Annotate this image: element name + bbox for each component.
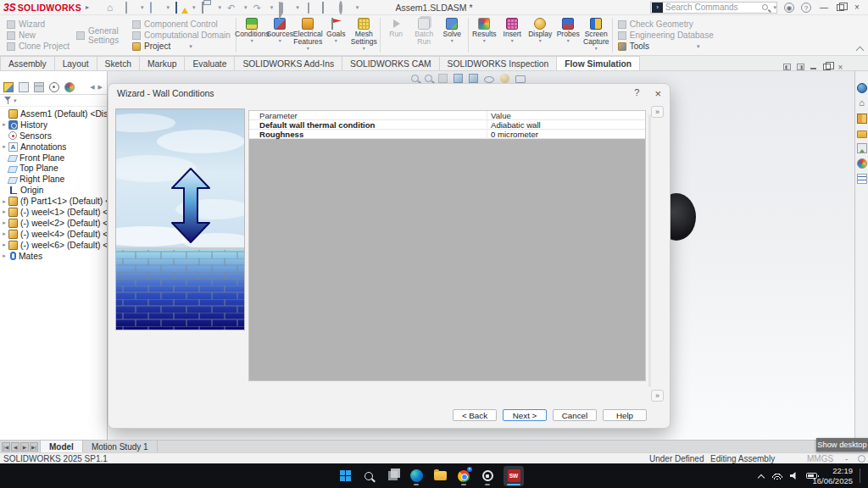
- ribbon-check-geometry-button[interactable]: Check Geometry: [618, 19, 714, 29]
- undo-icon[interactable]: ↶: [227, 3, 238, 13]
- ribbon-tools-button[interactable]: Tools▾: [618, 42, 714, 51]
- chrome-button[interactable]: F: [456, 467, 471, 485]
- save-caret-icon[interactable]: ▾: [192, 4, 196, 11]
- new-caret-icon[interactable]: ▾: [141, 4, 144, 11]
- tab-solidworks-inspection[interactable]: SOLIDWORKS Inspection: [439, 56, 558, 70]
- tab-sketch[interactable]: Sketch: [97, 56, 140, 70]
- view-orientation-icon[interactable]: [453, 74, 463, 83]
- back-button[interactable]: < Back: [453, 409, 497, 421]
- previous-view-icon[interactable]: [438, 74, 448, 83]
- show-desktop-strip[interactable]: [860, 469, 860, 483]
- options-caret-icon[interactable]: ▾: [356, 4, 359, 11]
- print-caret-icon[interactable]: ▾: [219, 4, 222, 11]
- search-input[interactable]: Search Commands: [665, 3, 762, 12]
- cancel-button[interactable]: Cancel: [553, 409, 597, 421]
- ribbon-screen-capture-button[interactable]: Screen Capture▾: [582, 15, 610, 55]
- ribbon-display-button[interactable]: Display▾: [526, 15, 554, 55]
- open-caret-icon[interactable]: ▾: [167, 4, 170, 11]
- tree-item-history[interactable]: ▸History: [0, 119, 107, 130]
- ribbon-batch-run-button[interactable]: Batch Run: [410, 15, 438, 55]
- solidworks-resources-icon[interactable]: ⌂: [857, 98, 867, 108]
- status-gear-icon[interactable]: [858, 455, 865, 463]
- help-button[interactable]: Help: [603, 409, 647, 421]
- minimize-button[interactable]: —: [818, 3, 830, 12]
- ribbon-engineering-database-button[interactable]: Engineering Database: [618, 30, 714, 40]
- attachment-icon[interactable]: [308, 3, 309, 14]
- expand-bottom-chevron[interactable]: »: [651, 390, 664, 402]
- document-restore-icon[interactable]: [823, 64, 831, 70]
- help-icon[interactable]: ?: [801, 3, 811, 13]
- close-button[interactable]: ×: [851, 3, 863, 12]
- options-gear-icon[interactable]: [339, 1, 342, 14]
- tab-layout[interactable]: Layout: [54, 56, 97, 70]
- view-palette-icon[interactable]: [857, 143, 867, 153]
- ribbon-solve-button[interactable]: Solve▾: [438, 15, 466, 55]
- table-icon[interactable]: [322, 2, 324, 14]
- tab-solidworks-add-ins[interactable]: SOLIDWORKS Add-Ins: [234, 56, 342, 70]
- undo-caret-icon[interactable]: ▾: [244, 4, 248, 11]
- document-close-icon[interactable]: ×: [837, 64, 844, 70]
- last-tab-icon[interactable]: ▶|: [30, 442, 38, 452]
- tree-item-front-plane[interactable]: Front Plane: [0, 152, 107, 164]
- ribbon-insert-button[interactable]: Insert▾: [498, 15, 526, 55]
- roughness-value[interactable]: 0 micrometer: [487, 130, 645, 139]
- filter-icon[interactable]: [4, 97, 12, 104]
- save-icon[interactable]: [175, 2, 177, 14]
- ribbon-project-button[interactable]: Project▾: [132, 42, 231, 51]
- tree-item-weel1[interactable]: ▸(-) weel<1> (Default) <<D: [0, 207, 107, 218]
- tree-root[interactable]: Assem1 (Default) <Display Sta: [0, 108, 107, 119]
- featuremanager-tree-icon[interactable]: [3, 82, 14, 92]
- ribbon-results-button[interactable]: Results▾: [470, 15, 498, 55]
- tree-item-sensors[interactable]: Sensors: [0, 130, 107, 141]
- search-icon[interactable]: [762, 4, 768, 10]
- restore-button[interactable]: [837, 4, 844, 11]
- ribbon-mesh-settings-button[interactable]: Mesh Settings▾: [350, 15, 378, 55]
- open-icon[interactable]: [150, 2, 152, 14]
- design-library-icon[interactable]: [857, 114, 867, 124]
- tree-item-annotations[interactable]: ▸AAnnotations: [0, 141, 107, 152]
- tree-item-mates[interactable]: ▸Mates: [0, 251, 107, 262]
- ribbon-goals-button[interactable]: Goals▾: [322, 15, 350, 55]
- first-tab-icon[interactable]: |◀: [2, 442, 10, 452]
- tree-item-weel6[interactable]: ▸(-) weel<6> (Default) <<D: [0, 240, 107, 251]
- previous-document-icon[interactable]: ◧: [783, 64, 791, 70]
- search-caret-icon[interactable]: ▾: [773, 4, 776, 11]
- select-caret-icon[interactable]: ▾: [296, 4, 299, 11]
- ribbon-computational-domain-button[interactable]: Computational Domain: [132, 30, 231, 40]
- redo-icon[interactable]: ↷: [253, 3, 264, 13]
- file-explorer-icon[interactable]: [857, 130, 867, 138]
- volume-icon[interactable]: [790, 472, 798, 480]
- dialog-scrollbar[interactable]: [648, 114, 651, 387]
- ribbon-conditions-button[interactable]: Conditions▾: [238, 15, 266, 55]
- marketplace-icon[interactable]: [857, 83, 867, 93]
- next-button[interactable]: Next >: [503, 409, 547, 421]
- tab-assembly[interactable]: Assembly: [0, 56, 55, 70]
- hidden-icons-chevron[interactable]: [758, 473, 765, 480]
- propertymanager-icon[interactable]: [19, 82, 29, 92]
- start-button[interactable]: [337, 467, 353, 485]
- tree-item-weel4[interactable]: ▸(-) weel<4> (Default) <<D: [0, 229, 107, 240]
- zoom-to-area-icon[interactable]: [425, 75, 432, 82]
- configurationmanager-icon[interactable]: [34, 82, 44, 92]
- dialog-help-icon[interactable]: ?: [634, 87, 639, 100]
- custom-properties-icon[interactable]: [857, 174, 867, 184]
- tab-markup[interactable]: Markup: [139, 56, 185, 70]
- dimxpertmanager-icon[interactable]: [49, 82, 59, 92]
- edit-appearance-icon[interactable]: [500, 74, 509, 83]
- ribbon-collapse-icon[interactable]: [856, 45, 863, 52]
- select-cursor-icon[interactable]: [279, 2, 283, 20]
- task-view-button[interactable]: [385, 467, 400, 485]
- displaymanager-icon[interactable]: [64, 82, 75, 92]
- redo-caret-icon[interactable]: ▾: [270, 4, 274, 11]
- ribbon-wizard-button[interactable]: Wizard: [7, 19, 70, 29]
- tab-solidworks-cam[interactable]: SOLIDWORKS CAM: [342, 56, 440, 70]
- tree-item-top-plane[interactable]: Top Plane: [0, 163, 107, 174]
- chatgpt-button[interactable]: [480, 467, 495, 485]
- ribbon-new-button[interactable]: New: [7, 30, 70, 40]
- expand-top-chevron[interactable]: »: [651, 106, 664, 118]
- hide-show-items-icon[interactable]: [484, 76, 494, 83]
- wifi-icon[interactable]: [772, 473, 782, 480]
- dialog-close-icon[interactable]: ×: [654, 87, 661, 100]
- tree-item-origin[interactable]: Origin: [0, 185, 107, 196]
- thermal-condition-value[interactable]: Adiabatic wall: [491, 120, 541, 130]
